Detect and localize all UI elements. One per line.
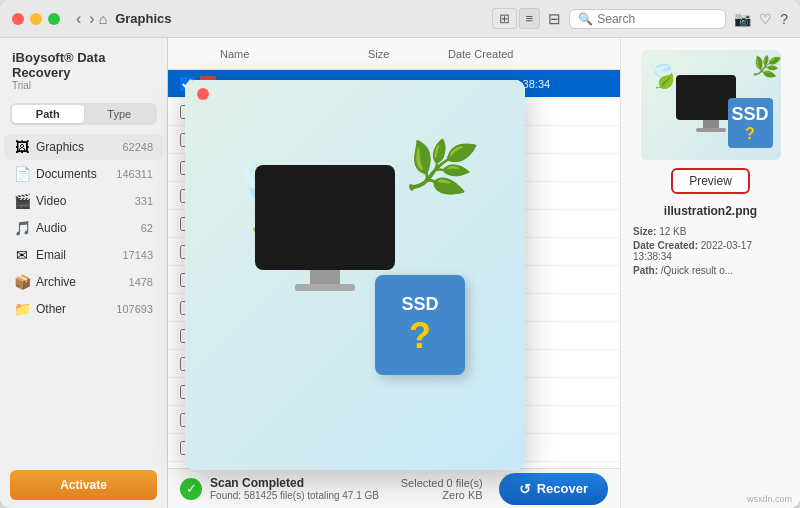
search-box: 🔍 xyxy=(569,9,726,29)
sidebar-item-count: 1478 xyxy=(129,276,153,288)
sidebar-tabs: Path Type xyxy=(10,103,157,125)
app-title: iBoysoft® Data Recovery xyxy=(12,50,155,80)
sidebar-item-label: Archive xyxy=(36,275,129,289)
file-header: Name Size Date Created xyxy=(168,38,620,70)
sidebar-item-video[interactable]: 🎬 Video 331 xyxy=(4,188,163,214)
audio-icon: 🎵 xyxy=(14,220,30,236)
sidebar-item-other[interactable]: 📁 Other 107693 xyxy=(4,296,163,322)
sidebar-item-count: 331 xyxy=(135,195,153,207)
leaf-right-icon: 🌿 xyxy=(749,51,781,83)
size-value: 12 KB xyxy=(659,226,686,237)
close-button[interactable] xyxy=(12,13,24,25)
size-label: Size: xyxy=(633,226,656,237)
status-bar: ✓ Scan Completed Found: 581425 file(s) t… xyxy=(168,468,620,508)
documents-icon: 📄 xyxy=(14,166,30,182)
imac-screen xyxy=(676,75,736,120)
search-input[interactable] xyxy=(597,12,717,26)
big-ssd-badge: SSD ? xyxy=(375,275,465,375)
ssd-question-icon: ? xyxy=(745,125,755,143)
imac-base xyxy=(696,128,726,132)
sidebar-item-label: Graphics xyxy=(36,140,122,154)
help-button[interactable]: ? xyxy=(780,11,788,27)
big-imac xyxy=(255,165,395,291)
preview-close-button[interactable] xyxy=(197,88,209,100)
tab-path[interactable]: Path xyxy=(12,105,84,123)
list-view-button[interactable]: ≡ xyxy=(519,8,541,29)
preview-overlay: 🍃 🌿 SSD ? xyxy=(185,80,525,470)
file-info-size: Size: 12 KB xyxy=(633,226,788,237)
big-ssd-question-icon: ? xyxy=(409,315,431,357)
sidebar-item-count: 62248 xyxy=(122,141,153,153)
recover-icon: ↺ xyxy=(519,481,531,497)
scan-complete-icon: ✓ xyxy=(180,478,202,500)
scan-title: Scan Completed xyxy=(210,476,393,490)
sidebar: iBoysoft® Data Recovery Trial Path Type … xyxy=(0,38,168,508)
titlebar: ‹ › ⌂ Graphics ⊞ ≡ ⊟ 🔍 📷 ♡ ? xyxy=(0,0,800,38)
watermark: wsxdn.com xyxy=(747,494,792,504)
selected-info: Selected 0 file(s) Zero KB xyxy=(401,477,483,501)
camera-button[interactable]: 📷 xyxy=(734,11,751,27)
home-icon: ⌂ xyxy=(99,11,107,27)
forward-button[interactable]: › xyxy=(85,10,98,28)
preview-content: 🍃 🌿 SSD ? xyxy=(185,80,525,470)
sidebar-header: iBoysoft® Data Recovery Trial xyxy=(0,38,167,95)
selected-count: Selected 0 file(s) xyxy=(401,477,483,489)
sidebar-item-count: 107693 xyxy=(116,303,153,315)
big-imac-stand xyxy=(310,270,340,284)
video-icon: 🎬 xyxy=(14,193,30,209)
sidebar-items: 🖼 Graphics 62248 📄 Documents 146311 🎬 Vi… xyxy=(0,133,167,462)
sidebar-item-label: Other xyxy=(36,302,116,316)
preview-button[interactable]: Preview xyxy=(671,168,750,194)
big-imac-base xyxy=(295,284,355,291)
graphics-icon: 🖼 xyxy=(14,139,30,155)
activate-button[interactable]: Activate xyxy=(10,470,157,500)
sidebar-item-label: Video xyxy=(36,194,135,208)
email-icon: ✉ xyxy=(14,247,30,263)
grid-view-button[interactable]: ⊞ xyxy=(492,8,517,29)
info-button[interactable]: ♡ xyxy=(759,11,772,27)
col-date-header: Date Created xyxy=(448,48,608,60)
file-info-date: Date Created: 2022-03-17 13:38:34 xyxy=(633,240,788,262)
sidebar-item-label: Documents xyxy=(36,167,116,181)
sidebar-item-email[interactable]: ✉ Email 17143 xyxy=(4,242,163,268)
window-controls xyxy=(12,13,60,25)
filter-button[interactable]: ⊟ xyxy=(548,10,561,28)
preview-thumbnail: 🍃 🌿 SSD ? xyxy=(641,50,781,160)
big-ssd-label: SSD xyxy=(401,294,438,315)
ssd-label: SSD xyxy=(731,104,768,125)
back-button[interactable]: ‹ xyxy=(72,10,85,28)
sidebar-item-audio[interactable]: 🎵 Audio 62 xyxy=(4,215,163,241)
preview-illustration: 🍃 🌿 SSD ? xyxy=(225,135,485,415)
window-title: Graphics xyxy=(115,11,171,26)
toolbar-right: ⊞ ≡ ⊟ 🔍 📷 ♡ ? xyxy=(492,8,788,29)
sidebar-item-count: 17143 xyxy=(122,249,153,261)
minimize-button[interactable] xyxy=(30,13,42,25)
path-value: /Quick result o... xyxy=(661,265,733,276)
path-label: Path: xyxy=(633,265,658,276)
recover-button[interactable]: ↺ Recover xyxy=(499,473,608,505)
sidebar-item-documents[interactable]: 📄 Documents 146311 xyxy=(4,161,163,187)
right-panel: 🍃 🌿 SSD ? Preview illustration2.png Size… xyxy=(620,38,800,508)
col-size-header: Size xyxy=(368,48,448,60)
selected-size: Zero KB xyxy=(401,489,483,501)
sidebar-item-label: Audio xyxy=(36,221,141,235)
search-icon: 🔍 xyxy=(578,12,593,26)
scan-detail: Found: 581425 file(s) totaling 47.1 GB xyxy=(210,490,393,501)
sidebar-item-graphics[interactable]: 🖼 Graphics 62248 xyxy=(4,134,163,160)
file-info-name: illustration2.png xyxy=(664,204,757,218)
sidebar-item-label: Email xyxy=(36,248,122,262)
tab-type[interactable]: Type xyxy=(84,105,156,123)
view-toggle: ⊞ ≡ xyxy=(492,8,541,29)
scan-text: Scan Completed Found: 581425 file(s) tot… xyxy=(210,476,393,501)
recover-label: Recover xyxy=(537,481,588,496)
sidebar-item-archive[interactable]: 📦 Archive 1478 xyxy=(4,269,163,295)
big-imac-screen xyxy=(255,165,395,270)
date-label: Date Created: xyxy=(633,240,698,251)
ssd-badge: SSD ? xyxy=(728,98,773,148)
col-name-header: Name xyxy=(220,48,368,60)
archive-icon: 📦 xyxy=(14,274,30,290)
maximize-button[interactable] xyxy=(48,13,60,25)
imac-stand xyxy=(703,120,719,128)
sidebar-item-count: 146311 xyxy=(116,168,153,180)
other-icon: 📁 xyxy=(14,301,30,317)
